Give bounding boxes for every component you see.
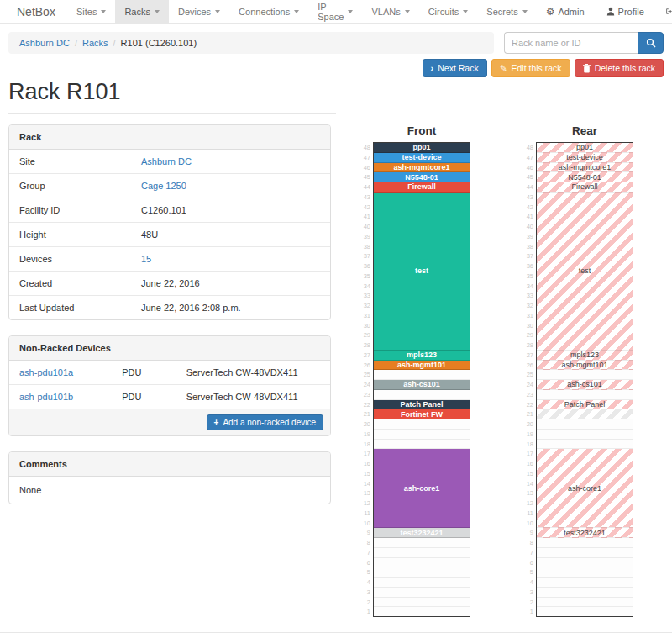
rack-search-input[interactable]	[504, 32, 638, 54]
rack-device-patch-panel[interactable]: Patch Panel	[537, 400, 633, 410]
caret-down-icon	[155, 10, 160, 13]
delete-rack-button[interactable]: Delete this rack	[575, 59, 664, 77]
caret-down-icon	[405, 10, 410, 13]
unit-number: 29	[524, 330, 536, 340]
pencil-icon: ✎	[500, 63, 507, 73]
rack-attributes-table: SiteAshburn DC GroupCage 1250 Facility I…	[9, 150, 330, 319]
rack-device-ash-cs101[interactable]: ash-cs101	[374, 380, 470, 390]
unit-number: 48	[361, 143, 373, 153]
non-racked-panel-title: Non-Racked Devices	[9, 336, 330, 361]
site-link[interactable]: Ashburn DC	[141, 156, 192, 166]
unit-number: 22	[524, 400, 536, 410]
rack-device-ash-mgmt101[interactable]: ash-mgmt101	[537, 361, 633, 371]
device-link[interactable]: ash-pdu101b	[19, 392, 73, 402]
caret-down-icon	[348, 10, 353, 13]
device-link[interactable]: ash-pdu101a	[19, 367, 73, 377]
rack-device-ash-mgmtcore1[interactable]: ash-mgmtcore1	[537, 163, 633, 173]
rack-device-mpls123[interactable]: mpls123	[374, 351, 470, 361]
rack-device-patch-panel[interactable]: Patch Panel	[374, 400, 470, 410]
edit-rack-button[interactable]: ✎Edit this rack	[491, 59, 570, 77]
nav-item-label: IP Space	[318, 2, 344, 22]
non-racked-panel-footer: +Add a non-racked device	[9, 409, 330, 435]
nav-item-devices[interactable]: Devices	[169, 0, 229, 23]
unit-number: 7	[361, 548, 373, 558]
unit-number: 47	[361, 153, 373, 163]
rack-device-ash-core1[interactable]: ash-core1	[374, 449, 470, 528]
unit-number: 1	[361, 607, 373, 617]
unit-number: 44	[524, 182, 536, 193]
rack-unit-empty	[537, 419, 633, 430]
caret-down-icon	[294, 10, 299, 13]
rack-unit-empty	[374, 567, 470, 578]
rack-device-pp01[interactable]: pp01	[374, 143, 470, 153]
nav-item-racks[interactable]: Racks	[115, 0, 169, 23]
rack-device-ash-mgmtcore1[interactable]: ash-mgmtcore1	[374, 163, 470, 173]
unit-number: 28	[361, 340, 373, 351]
rack-device-n5548-01[interactable]: N5548-01	[537, 172, 633, 182]
add-non-racked-device-button[interactable]: +Add a non-racked device	[207, 414, 323, 430]
caret-down-icon	[522, 10, 528, 13]
unit-number: 30	[361, 321, 373, 331]
nav-item-label: Connections	[239, 7, 290, 17]
admin-link[interactable]: ⚙ Admin	[537, 6, 594, 18]
rack-device-fortinet-fw[interactable]	[537, 409, 633, 419]
unit-number: 23	[361, 390, 373, 400]
attr-label: Height	[9, 223, 131, 247]
rack-device-test[interactable]: test	[537, 193, 633, 351]
rack-device-test[interactable]: test	[374, 193, 470, 351]
unit-number: 41	[361, 212, 373, 222]
nav-user-menu: ⚙ Admin Profile Log out	[537, 0, 672, 23]
rack-search-button[interactable]	[638, 32, 664, 54]
nav-item-ip-space[interactable]: IP Space	[308, 0, 362, 23]
rack-unit-empty	[537, 588, 633, 598]
caret-down-icon	[215, 10, 220, 13]
rack-unit-empty	[537, 548, 633, 558]
unit-number: 22	[361, 400, 373, 410]
unit-number: 3	[524, 588, 536, 598]
profile-label: Profile	[618, 7, 644, 17]
unit-number: 37	[524, 251, 536, 261]
breadcrumb-racks-link[interactable]: Racks	[82, 38, 108, 48]
nav-item-secrets[interactable]: Secrets	[477, 0, 536, 23]
unit-number: 2	[524, 598, 536, 608]
chevron-right-icon: ›	[431, 64, 434, 73]
rack-device-test3232421[interactable]: test3232421	[537, 528, 633, 538]
nav-item-vlans[interactable]: VLANs	[362, 0, 418, 23]
rack-device-ash-core1[interactable]: ash-core1	[537, 449, 633, 528]
rack-device-firewall[interactable]: Firewall	[537, 182, 633, 193]
brand[interactable]: NetBox	[5, 0, 67, 23]
rack-device-ash-mgmt101[interactable]: ash-mgmt101	[374, 361, 470, 371]
breadcrumb-row: Ashburn DC/Racks/R101 (C1260.101)	[8, 32, 664, 54]
profile-link[interactable]: Profile	[597, 7, 654, 17]
rack-unit-empty	[374, 598, 470, 608]
unit-number: 14	[361, 479, 373, 489]
next-rack-button[interactable]: ›Next Rack	[423, 59, 487, 77]
rack-device-test-device[interactable]: test-device	[374, 153, 470, 163]
rack-device-ash-cs101[interactable]: ash-cs101	[537, 380, 633, 390]
rack-device-test-device[interactable]: test-device	[537, 153, 633, 163]
devices-count-link[interactable]: 15	[141, 254, 151, 264]
group-link[interactable]: Cage 1250	[141, 181, 186, 191]
breadcrumb-site-link[interactable]: Ashburn DC	[19, 38, 70, 48]
rack-device-pp01[interactable]: pp01	[537, 143, 633, 153]
nav-item-sites[interactable]: Sites	[67, 0, 115, 23]
unit-numbers-column: 4847464544434241403938373635343332313029…	[361, 142, 373, 617]
rack-device-mpls123[interactable]: mpls123	[537, 351, 633, 361]
unit-number: 42	[361, 203, 373, 213]
rack-device-n5548-01[interactable]: N5548-01	[374, 172, 470, 182]
unit-number: 6	[524, 558, 536, 568]
unit-number: 33	[361, 291, 373, 301]
rack-device-test3232421[interactable]: test3232421	[374, 528, 470, 538]
rack-device-firewall[interactable]: Firewall	[374, 182, 470, 193]
unit-number: 37	[361, 251, 373, 261]
rack-unit-empty	[374, 607, 470, 617]
unit-number: 10	[361, 519, 373, 529]
nav-item-circuits[interactable]: Circuits	[419, 0, 478, 23]
logout-link[interactable]: Log out	[657, 2, 672, 22]
comments-panel: Comments None	[8, 451, 331, 504]
rack-unit-empty	[374, 588, 470, 598]
unit-number: 24	[361, 380, 373, 390]
nav-item-connections[interactable]: Connections	[229, 0, 308, 23]
rack-device-fortinet-fw[interactable]: Fortinet FW	[374, 409, 470, 419]
unit-number: 16	[361, 459, 373, 469]
